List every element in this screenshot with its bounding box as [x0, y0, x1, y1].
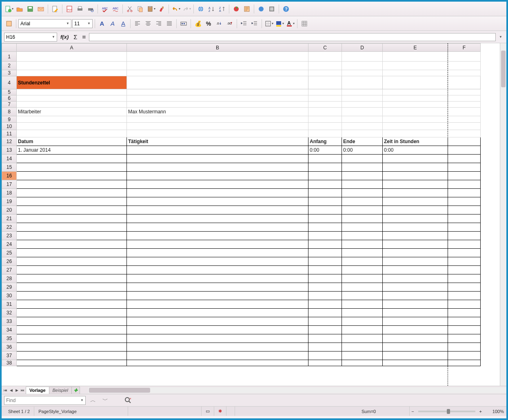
- bold-icon[interactable]: A: [97, 19, 107, 29]
- cell[interactable]: [308, 343, 342, 351]
- cell[interactable]: [448, 351, 481, 360]
- row-header[interactable]: 12: [2, 137, 17, 146]
- cell[interactable]: [448, 240, 481, 249]
- zoom-out-icon[interactable]: −: [410, 409, 415, 414]
- cell[interactable]: [17, 52, 127, 62]
- cell[interactable]: [448, 257, 481, 266]
- cell[interactable]: [448, 292, 481, 300]
- selection-mode-icon[interactable]: ▭: [202, 407, 214, 416]
- cell[interactable]: [448, 326, 481, 334]
- cell[interactable]: 0:00: [308, 146, 342, 155]
- cell[interactable]: [127, 300, 308, 309]
- auto-spellcheck-icon[interactable]: ABC: [111, 4, 120, 14]
- new-doc-icon[interactable]: [4, 4, 14, 14]
- sum-icon[interactable]: Σ: [72, 33, 79, 40]
- cell[interactable]: [342, 334, 383, 343]
- cell[interactable]: [127, 351, 308, 360]
- cell[interactable]: Stundenzettel: [17, 76, 127, 89]
- cell[interactable]: [127, 266, 308, 274]
- cell[interactable]: Ende: [342, 137, 383, 146]
- decrease-indent-icon[interactable]: [239, 19, 249, 29]
- cell[interactable]: [308, 317, 342, 326]
- cell[interactable]: [342, 102, 383, 108]
- font-name-combo[interactable]: ▼: [18, 19, 71, 28]
- cell[interactable]: Mitarbeiter: [17, 108, 127, 116]
- font-size-combo[interactable]: ▼: [72, 19, 93, 28]
- borders-icon[interactable]: [264, 19, 274, 29]
- cell[interactable]: [127, 163, 308, 172]
- cell[interactable]: [127, 360, 308, 366]
- cell[interactable]: [17, 214, 127, 223]
- cell[interactable]: [448, 52, 481, 62]
- cell[interactable]: [127, 334, 308, 343]
- cell[interactable]: [17, 130, 127, 137]
- cell[interactable]: [448, 223, 481, 232]
- cell[interactable]: [383, 52, 448, 62]
- row-header[interactable]: 35: [2, 334, 17, 343]
- pdf-icon[interactable]: PDF: [64, 4, 74, 14]
- cell[interactable]: [342, 343, 383, 351]
- cell[interactable]: Zeit in Stunden: [383, 137, 448, 146]
- cell[interactable]: [342, 326, 383, 334]
- cell[interactable]: [383, 249, 448, 257]
- row-header[interactable]: 20: [2, 206, 17, 214]
- cell[interactable]: [127, 89, 308, 95]
- cell[interactable]: [383, 155, 448, 163]
- cell[interactable]: [127, 116, 308, 123]
- cell[interactable]: [17, 62, 127, 70]
- cell[interactable]: [448, 343, 481, 351]
- cell[interactable]: [127, 317, 308, 326]
- cell[interactable]: [383, 351, 448, 360]
- cell[interactable]: [127, 155, 308, 163]
- remove-decimal-icon[interactable]: .00: [225, 19, 235, 29]
- help-icon[interactable]: ?: [281, 4, 291, 14]
- cell[interactable]: [127, 130, 308, 137]
- cell[interactable]: [383, 197, 448, 206]
- cell[interactable]: [308, 283, 342, 292]
- bg-color-icon[interactable]: [275, 19, 284, 29]
- row-header[interactable]: 13: [2, 146, 17, 155]
- cell[interactable]: [342, 76, 383, 89]
- cell[interactable]: [127, 326, 308, 334]
- cell[interactable]: [448, 108, 481, 116]
- row-header[interactable]: 9: [2, 116, 17, 123]
- tab-last-icon[interactable]: ⏭: [20, 388, 25, 392]
- cell[interactable]: [342, 283, 383, 292]
- align-right-icon[interactable]: [154, 19, 164, 29]
- cell[interactable]: [17, 351, 127, 360]
- cell[interactable]: [17, 232, 127, 240]
- cell[interactable]: [127, 70, 308, 76]
- cell[interactable]: [17, 123, 127, 130]
- cell-grid[interactable]: ABCDEF 1234Stundenzettel5678MitarbeiterM…: [2, 43, 481, 366]
- styles-icon[interactable]: [4, 19, 14, 29]
- cell[interactable]: [448, 95, 481, 102]
- cell[interactable]: 0:00: [383, 146, 448, 155]
- cell[interactable]: [342, 123, 383, 130]
- horizontal-scrollbar[interactable]: [88, 387, 506, 393]
- column-header[interactable]: C: [308, 44, 342, 52]
- cell[interactable]: [308, 70, 342, 76]
- cell[interactable]: [17, 309, 127, 317]
- cell[interactable]: [383, 223, 448, 232]
- row-header[interactable]: 37: [2, 351, 17, 360]
- column-header[interactable]: D: [342, 44, 383, 52]
- cell[interactable]: [342, 89, 383, 95]
- cell[interactable]: [342, 360, 383, 366]
- zoom-slider[interactable]: [418, 411, 475, 412]
- cell[interactable]: [448, 123, 481, 130]
- cell[interactable]: [127, 249, 308, 257]
- chart-icon[interactable]: [231, 4, 241, 14]
- cell[interactable]: [342, 274, 383, 283]
- cell[interactable]: Datum: [17, 137, 127, 146]
- row-header[interactable]: 14: [2, 155, 17, 163]
- cell[interactable]: [342, 62, 383, 70]
- cell[interactable]: [342, 155, 383, 163]
- row-header[interactable]: 5: [2, 89, 17, 95]
- cell[interactable]: [308, 52, 342, 62]
- cell[interactable]: [17, 102, 127, 108]
- cell[interactable]: [308, 249, 342, 257]
- cell[interactable]: [308, 351, 342, 360]
- cell[interactable]: [383, 95, 448, 102]
- cell[interactable]: [383, 309, 448, 317]
- row-header[interactable]: 6: [2, 95, 17, 102]
